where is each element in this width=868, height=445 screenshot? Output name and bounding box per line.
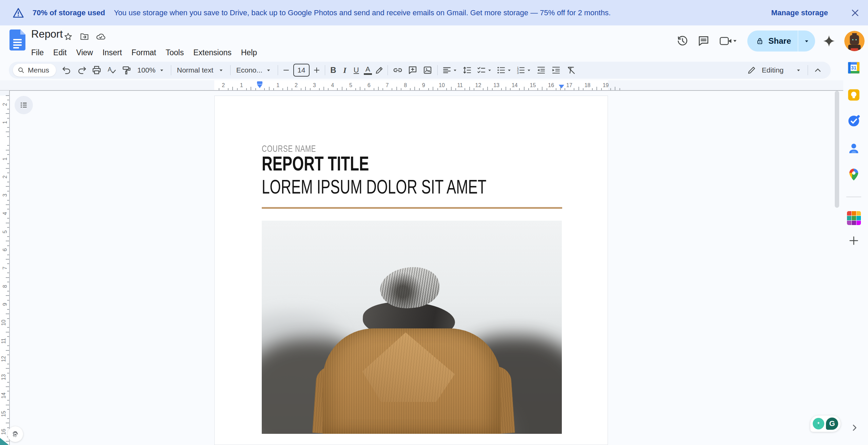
left-indent-marker[interactable] <box>257 81 262 88</box>
font-size-input[interactable]: 14 <box>293 64 310 77</box>
ruler-tick <box>528 88 529 90</box>
report-title-text[interactable]: REPORT TITLE <box>262 153 409 174</box>
menu-extensions[interactable]: Extensions <box>189 46 236 59</box>
editing-mode-button[interactable]: Editing <box>744 63 805 78</box>
docs-logo[interactable] <box>9 29 25 52</box>
search-menus-button[interactable]: Menus <box>13 64 56 77</box>
decrease-font-size-button[interactable] <box>280 63 292 78</box>
sidebar-item-contacts[interactable] <box>846 140 862 157</box>
side-panel-expand-button[interactable] <box>848 422 861 434</box>
bulleted-list-button[interactable] <box>494 63 514 78</box>
manage-storage-link[interactable]: Manage storage <box>771 8 828 17</box>
highlight-color-button[interactable] <box>374 63 385 78</box>
menu-view[interactable]: View <box>72 46 98 59</box>
storage-used-text: 70% of storage used <box>33 8 105 17</box>
increase-indent-button[interactable] <box>549 63 564 78</box>
version-history-button[interactable] <box>672 31 693 52</box>
vertical-ruler[interactable]: 2112345678910111213141516 <box>0 90 10 445</box>
italic-button[interactable]: I <box>339 63 351 78</box>
font-family-control[interactable]: Econo... <box>233 63 275 78</box>
ruler-tick <box>560 87 561 90</box>
ruler-tick <box>7 400 9 401</box>
zoom-control[interactable]: 100% <box>134 63 169 78</box>
sidebar-item-keep[interactable] <box>846 87 862 103</box>
paragraph-style-control[interactable]: Normal text <box>174 63 228 78</box>
banner-close-button[interactable] <box>848 6 862 20</box>
left-margin-triangle[interactable] <box>257 84 262 88</box>
lock-icon <box>755 37 764 45</box>
numbered-list-button[interactable]: 1 2 3 <box>514 63 534 78</box>
ruler-tick <box>374 88 374 90</box>
ruler-number: 7 <box>386 82 389 88</box>
share-dropdown[interactable] <box>798 37 815 45</box>
menu-tools[interactable]: Tools <box>161 46 189 59</box>
ruler-tick <box>7 391 9 391</box>
report-subtitle-text[interactable]: LOREM IPSUM DOLOR SIT AMET <box>262 177 570 197</box>
print-button[interactable] <box>89 63 104 78</box>
decrease-indent-button[interactable] <box>534 63 549 78</box>
align-button[interactable] <box>440 63 460 78</box>
ruler-tick <box>360 87 360 90</box>
increase-font-size-button[interactable] <box>311 63 322 78</box>
insert-link-button[interactable] <box>390 63 405 78</box>
cover-photo[interactable] <box>262 221 562 434</box>
comments-button[interactable] <box>693 31 714 52</box>
sidebar-item-calendar[interactable]: 31 <box>846 60 862 76</box>
clear-formatting-button[interactable] <box>564 63 578 78</box>
ruler-tick <box>305 87 306 90</box>
zoom-value: 100% <box>137 66 156 74</box>
ruler-tick <box>6 132 9 132</box>
underline-button[interactable]: U <box>351 63 362 78</box>
share-main[interactable]: Share <box>747 36 798 46</box>
sidebar-item-maps[interactable] <box>846 166 862 183</box>
ruler-tick <box>7 173 9 173</box>
account-avatar[interactable] <box>844 31 865 51</box>
checklist-button[interactable] <box>475 63 494 78</box>
ruler-tick <box>7 336 9 337</box>
bold-icon: B <box>330 65 336 75</box>
svg-text:3: 3 <box>517 71 519 75</box>
ruler-tick <box>301 88 301 90</box>
star-icon <box>63 32 73 41</box>
suggestion-bulb-icon[interactable] <box>813 418 824 429</box>
meet-button[interactable] <box>714 31 743 52</box>
ruler-tick <box>323 87 324 90</box>
right-indent-marker[interactable] <box>559 85 564 88</box>
document-page[interactable]: COURSE NAME REPORT TITLE LOREM IPSUM DOL… <box>214 96 608 445</box>
share-button[interactable]: Share <box>747 31 815 52</box>
move-folder-button[interactable] <box>79 32 90 42</box>
gemini-button[interactable] <box>818 31 840 52</box>
paint-format-button[interactable] <box>119 63 134 78</box>
ruler-tick <box>7 100 9 100</box>
document-title[interactable]: Report <box>31 28 63 40</box>
menu-file[interactable]: File <box>26 46 48 59</box>
redo-button[interactable] <box>74 63 89 78</box>
undo-button[interactable] <box>59 63 74 78</box>
insert-comment-button[interactable] <box>405 63 420 78</box>
cloud-status-button[interactable] <box>96 32 106 42</box>
horizontal-ruler[interactable]: 2112345678910111213141516171819 <box>0 80 843 91</box>
right-margin-triangle[interactable] <box>559 85 564 88</box>
sidebar-item-tasks[interactable] <box>846 113 862 129</box>
menu-help[interactable]: Help <box>236 46 262 59</box>
fingerprint-button[interactable] <box>7 426 23 442</box>
spellcheck-button[interactable]: A <box>104 63 119 78</box>
star-button[interactable] <box>63 32 73 42</box>
bold-button[interactable]: B <box>328 63 339 78</box>
menu-edit[interactable]: Edit <box>48 46 72 59</box>
document-outline-button[interactable] <box>15 96 33 114</box>
sidebar-item-addon[interactable] <box>846 210 862 226</box>
vertical-scrollbar[interactable] <box>835 91 839 208</box>
grammarly-icon[interactable]: G <box>826 418 838 430</box>
line-spacing-button[interactable] <box>460 63 475 78</box>
text-color-button[interactable]: A <box>362 63 374 78</box>
ruler-tick <box>601 88 602 90</box>
menu-format[interactable]: Format <box>127 46 161 59</box>
get-addons-button[interactable] <box>846 232 862 249</box>
insert-image-button[interactable] <box>420 63 435 78</box>
hide-menus-button[interactable] <box>810 63 825 78</box>
first-line-indent-marker[interactable] <box>257 81 262 84</box>
grammarly-widget[interactable]: G <box>810 416 841 432</box>
ruler-tick <box>273 88 274 90</box>
menu-insert[interactable]: Insert <box>98 46 127 59</box>
